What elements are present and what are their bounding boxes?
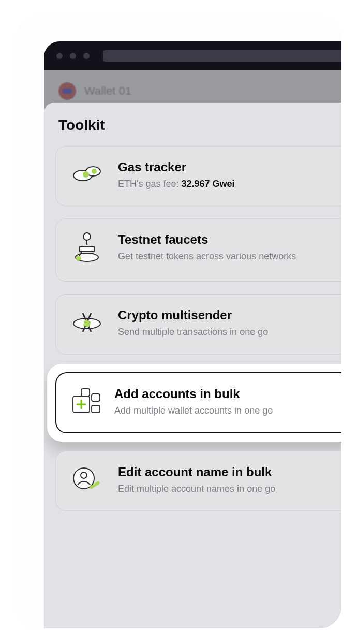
traffic-lights xyxy=(56,53,90,59)
panel-title: Toolkit xyxy=(58,117,105,134)
panel-header: Toolkit xyxy=(55,117,341,146)
card-desc: Send multiple transactions in one go xyxy=(118,326,315,338)
card-desc: ETH's gas fee: 32.967 Gwei xyxy=(118,178,315,190)
window-dot xyxy=(70,53,76,59)
svg-point-3 xyxy=(92,169,97,174)
card-title: Edit account name in bulk xyxy=(118,465,315,479)
svg-point-2 xyxy=(83,171,89,178)
card-title: Testnet faucets xyxy=(118,232,315,247)
browser-window: Wallet 01 Toolkit xyxy=(44,41,341,628)
svg-rect-10 xyxy=(81,389,90,396)
device-frame: Wallet 01 Toolkit xyxy=(16,16,341,628)
multisender-icon xyxy=(68,308,106,337)
cards-list: Gas tracker ETH's gas fee: 32.967 Gwei N… xyxy=(55,146,341,511)
card-crypto-multisender[interactable]: Crypto multisender Send multiple transac… xyxy=(55,294,341,354)
gas-icon xyxy=(68,160,106,186)
card-title: Crypto multisender xyxy=(118,308,315,323)
card-desc: Add multiple wallet accounts in one go xyxy=(114,404,311,417)
card-edit-accounts-bulk[interactable]: Edit account name in bulk Edit multiple … xyxy=(55,451,341,511)
card-desc: Edit multiple account names in one go xyxy=(118,482,315,495)
card-title: Gas tracker xyxy=(118,160,315,174)
faucet-icon xyxy=(68,232,106,266)
svg-rect-11 xyxy=(92,394,100,401)
card-title: Add accounts in bulk xyxy=(114,387,311,401)
card-desc: Get testnet tokens across various networ… xyxy=(118,250,315,262)
svg-rect-12 xyxy=(92,405,100,413)
highlighted-card-wrapper: Add accounts in bulk Add multiple wallet… xyxy=(47,364,341,442)
gas-desc-prefix: ETH's gas fee: xyxy=(118,179,181,189)
app-content: Wallet 01 Toolkit xyxy=(44,70,341,628)
toolkit-panel: Toolkit xyxy=(44,103,341,628)
browser-title-bar xyxy=(44,41,341,70)
svg-point-5 xyxy=(83,233,91,240)
bulk-add-icon xyxy=(69,387,102,417)
svg-point-6 xyxy=(76,256,81,261)
bulk-edit-icon xyxy=(68,465,106,494)
card-testnet-faucets[interactable]: New xyxy=(55,218,341,282)
address-bar[interactable] xyxy=(103,50,341,62)
card-gas-tracker[interactable]: Gas tracker ETH's gas fee: 32.967 Gwei xyxy=(55,146,341,206)
window-dot xyxy=(56,53,63,59)
window-dot xyxy=(83,53,90,59)
card-add-accounts-bulk[interactable]: Add accounts in bulk Add multiple wallet… xyxy=(55,372,341,433)
gas-value: 32.967 Gwei xyxy=(181,179,234,189)
